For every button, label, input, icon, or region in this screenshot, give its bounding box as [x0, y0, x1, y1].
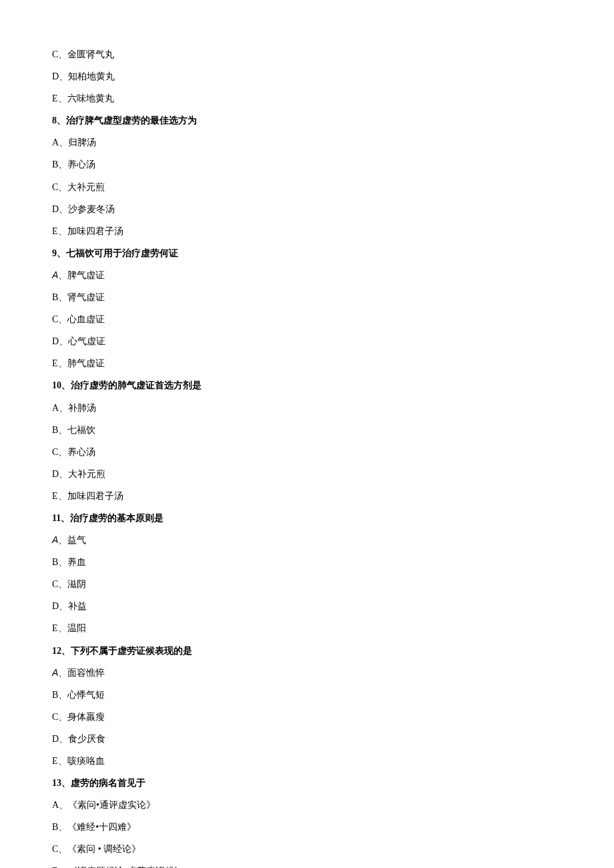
text-line: E、加味四君子汤 [52, 490, 562, 503]
text-line: A、归脾汤 [52, 136, 562, 149]
text-line: 8、治疗脾气虚型虚劳的最佳选方为 [52, 114, 562, 127]
text-line: B、肾气虚证 [52, 291, 562, 304]
option-letter: A [52, 270, 58, 280]
text-line: D、补益 [52, 600, 562, 613]
text-line: 11、治疗虚劳的基本原则是 [52, 512, 562, 525]
text-line: D、《诸病源候论•虚劳病诸候》 [52, 865, 562, 868]
text-line: A、《素问•通评虚实论》 [52, 799, 562, 812]
text-line: D、大补元煎 [52, 468, 562, 481]
text-line: E、六味地黄丸 [52, 92, 562, 105]
text-line: E、咳痰咯血 [52, 755, 562, 768]
text-line: D、心气虚证 [52, 335, 562, 348]
text-line: C、身体羸瘦 [52, 711, 562, 724]
text-line: A、补肺汤 [52, 402, 562, 415]
text-line: 9、七福饮可用于治疗虚劳何证 [52, 247, 562, 260]
text-line: D、食少厌食 [52, 733, 562, 746]
text-line: B、《难经•十四难》 [52, 821, 562, 834]
text-line: B、七福饮 [52, 424, 562, 437]
text-line: E、肺气虚证 [52, 357, 562, 370]
text-line: C、《素问 • 调经论》 [52, 843, 562, 856]
text-line: 13、虚劳的病名首见于 [52, 777, 562, 790]
text-line: 10、治疗虚劳的肺气虚证首选方剂是 [52, 379, 562, 392]
text-line: C、养心汤 [52, 446, 562, 459]
text-line: 12、下列不属于虚劳证候表现的是 [52, 644, 562, 658]
text-line: E、加味四君子汤 [52, 225, 562, 238]
document-page: C、金匮肾气丸D、知柏地黄丸E、六味地黄丸8、治疗脾气虚型虚劳的最佳选方为A、归… [0, 0, 614, 868]
text-line: D、知柏地黄丸 [52, 70, 562, 83]
text-line: E、温阳 [52, 622, 562, 635]
option-letter: A [52, 534, 58, 545]
text-line: C、金匮肾气丸 [52, 48, 562, 61]
text-line: C、大补元煎 [52, 181, 562, 194]
text-line: C、滋阴 [52, 578, 562, 591]
text-line: A、脾气虚证 [52, 269, 562, 282]
text-line: A、面容憔悴 [52, 667, 562, 680]
text-line: D、沙参麦冬汤 [52, 203, 562, 216]
option-text: 、益气 [58, 535, 86, 545]
text-line: B、心悸气短 [52, 689, 562, 702]
text-line: B、养血 [52, 556, 562, 569]
text-line: A、益气 [52, 534, 562, 547]
text-line: B、养心汤 [52, 158, 562, 171]
option-text: 、面容憔悴 [58, 668, 105, 678]
text-line: C、心血虚证 [52, 313, 562, 326]
option-text: 、脾气虚证 [58, 270, 105, 280]
option-letter: A [52, 667, 58, 678]
